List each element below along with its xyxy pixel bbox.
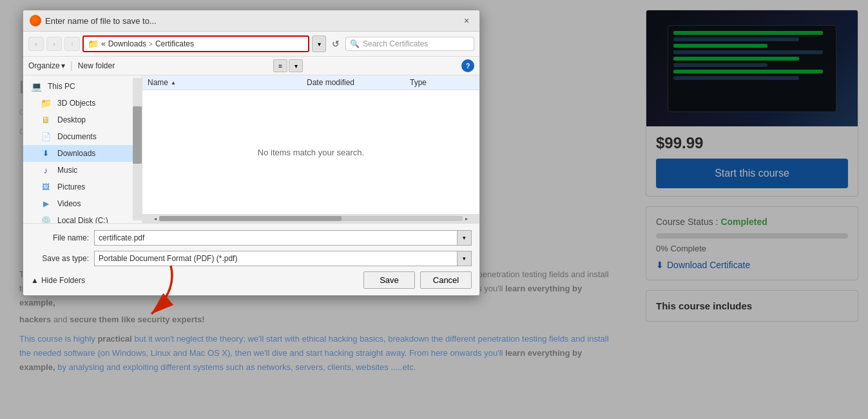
sort-icon: ▲ [171,80,176,86]
file-name-input-wrapper: ▾ [94,230,472,246]
file-name-input[interactable] [94,230,458,246]
nav-label-this-pc: This PC [48,82,75,91]
help-button[interactable]: ? [461,59,474,72]
nav-item-desktop[interactable]: 🖥 Desktop [23,112,142,128]
breadcrumb-double-chevron: « [101,39,106,48]
hide-folders-label: Hide Folders [41,276,85,285]
videos-icon: ▶ [39,199,52,209]
save-as-input-wrapper: ▾ [94,251,472,266]
nav-item-videos[interactable]: ▶ Videos [23,195,142,212]
nav-item-documents[interactable]: 📄 Documents [23,128,142,145]
horizontal-scrollbar[interactable]: ◂ ▸ [142,214,479,223]
search-bar[interactable]: 🔍 Search Certificates [345,37,474,51]
organize-button[interactable]: Organize ▾ [28,61,65,70]
view-buttons: ≡ ▾ [273,59,303,72]
firefox-icon [30,15,41,26]
breadcrumb-certificates: Certificates [155,39,194,48]
nav-item-music[interactable]: ♪ Music [23,162,142,179]
file-name-dropdown-btn[interactable]: ▾ [458,230,472,246]
save-as-label: Save as type: [31,254,89,263]
column-name-header[interactable]: Name ▲ [148,78,307,87]
cancel-button[interactable]: Cancel [420,271,472,289]
nav-item-local-disk[interactable]: 💿 Local Disk (C:) [23,212,142,223]
nav-label-local-disk: Local Disk (C:) [57,216,108,223]
nav-item-this-pc[interactable]: 💻 This PC [23,78,142,95]
nav-label-downloads: Downloads [57,149,95,158]
back-button[interactable]: ‹ [28,37,44,51]
dialog-titlebar: Enter name of file to save to... × [23,10,479,32]
file-name-label: File name: [31,233,89,242]
dialog-action-bar: Organize ▾ | New folder ≡ ▾ ? [23,57,479,75]
save-button[interactable]: Save [363,271,415,289]
scroll-right-button[interactable]: ▸ [463,216,470,222]
empty-message: No items match your search. [258,148,364,157]
dialog-title-text: Enter name of file to save to... [45,16,157,26]
address-bar-section: 📁 « Downloads > Certificates ▾ ↺ [82,35,343,52]
separator: | [70,60,73,72]
dialog-title-left: Enter name of file to save to... [30,15,157,26]
folder-sidebar: 💻 This PC 📁 3D Objects 🖥 Desktop 📄 Docum… [23,75,142,223]
save-as-dropdown-btn[interactable]: ▾ [458,251,472,266]
column-date-header[interactable]: Date modified [307,78,410,87]
folder-icon-desktop: 🖥 [39,115,52,125]
folder-icon: 📁 [88,39,99,49]
file-name-row: File name: ▾ [31,230,472,246]
breadcrumb-bar[interactable]: 📁 « Downloads > Certificates [82,35,309,52]
folder-icon-downloads: ⬇ [39,148,52,159]
save-as-input[interactable] [94,251,458,266]
dialog-bottom: File name: ▾ Save as type: ▾ ▲ Hide Fold… [23,224,479,295]
scrollbar-thumb [133,106,142,163]
nav-item-downloads[interactable]: ⬇ Downloads [23,145,142,162]
address-dropdown-button[interactable]: ▾ [312,35,326,52]
folder-icon-documents: 📄 [39,132,52,142]
pc-icon: 💻 [30,81,43,92]
action-left: Organize ▾ | New folder [28,60,115,72]
disk-icon-c: 💿 [39,215,52,223]
nav-label-pictures: Pictures [57,182,85,191]
refresh-button[interactable]: ↺ [329,35,343,52]
search-placeholder: Search Certificates [363,39,428,48]
file-list-body: No items match your search. [142,90,479,214]
breadcrumb-downloads: Downloads [108,39,146,48]
nav-item-pictures[interactable]: 🖼 Pictures [23,179,142,195]
up-button[interactable]: ↑ [64,37,80,51]
nav-label-3d: 3D Objects [57,99,95,108]
dialog-overlay: Enter name of file to save to... × ‹ › ↑… [0,0,868,419]
dialog-toolbar: ‹ › ↑ 📁 « Downloads > Certificates ▾ ↺ 🔍… [23,32,479,57]
file-list-area: Name ▲ Date modified Type No items match… [142,75,479,223]
dialog-close-button[interactable]: × [460,14,473,27]
new-folder-button[interactable]: New folder [78,61,115,70]
nav-label-videos: Videos [57,199,81,208]
save-dialog: Enter name of file to save to... × ‹ › ↑… [23,10,480,296]
dialog-main: 💻 This PC 📁 3D Objects 🖥 Desktop 📄 Docum… [23,75,479,224]
nav-label-desktop: Desktop [57,115,86,124]
breadcrumb-separator: > [149,41,153,48]
scroll-thumb [159,216,342,221]
vertical-scrollbar[interactable] [133,78,142,220]
search-icon: 🔍 [350,39,360,48]
dialog-buttons: ▲ Hide Folders Save Cancel [31,271,472,289]
forward-button[interactable]: › [46,37,62,51]
organize-label: Organize [28,61,60,70]
column-type-header[interactable]: Type [410,78,474,87]
nav-label-music: Music [57,166,77,175]
pictures-icon: 🖼 [39,182,52,192]
nav-label-documents: Documents [57,132,97,141]
hide-folders-chevron: ▲ [31,276,39,285]
save-as-row: Save as type: ▾ [31,251,472,266]
music-icon: ♪ [39,165,52,175]
organize-dropdown-icon: ▾ [61,61,65,70]
view-dropdown-button[interactable]: ▾ [289,59,303,72]
folder-icon-3d: 📁 [39,98,52,108]
nav-item-3d-objects[interactable]: 📁 3D Objects [23,95,142,112]
view-list-button[interactable]: ≡ [273,59,287,72]
hide-folders-button[interactable]: ▲ Hide Folders [31,276,358,285]
column-headers: Name ▲ Date modified Type [142,75,479,90]
col-name-label: Name [148,78,168,87]
scroll-track [159,216,463,221]
scroll-left-button[interactable]: ◂ [151,216,159,222]
